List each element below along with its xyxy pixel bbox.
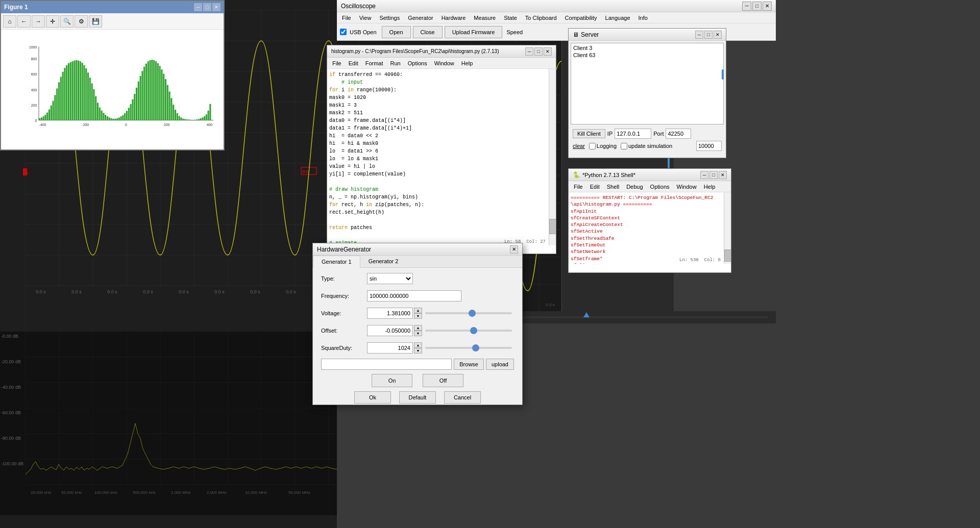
fig-pan-btn[interactable]: ✛	[46, 15, 59, 28]
pyshell-body[interactable]: ========== RESTART: C:\Program Files\Sco…	[569, 192, 731, 264]
hist-maximize[interactable]: □	[534, 47, 543, 56]
pyshell-menu-edit[interactable]: Edit	[587, 183, 603, 191]
update-sim-checkbox[interactable]	[621, 143, 627, 149]
pyshell-maximize[interactable]: □	[709, 171, 718, 179]
pyshell-menu-shell[interactable]: Shell	[604, 183, 622, 191]
counter-input[interactable]	[696, 141, 722, 151]
port-input[interactable]	[666, 129, 691, 139]
menu-settings[interactable]: Settings	[375, 14, 404, 22]
hw-file-input[interactable]	[321, 359, 452, 370]
svg-rect-123	[70, 62, 71, 120]
open-button[interactable]: Open	[382, 26, 411, 38]
figure1-titlebar: Figure 1 ─ □ ✕	[1, 1, 224, 13]
hw-voltage-slider-track[interactable]	[425, 312, 512, 314]
hist-menu-help[interactable]: Help	[458, 59, 476, 67]
svg-text:0.0 s: 0.0 s	[214, 289, 225, 294]
pyshell-menu-help[interactable]: Help	[701, 183, 719, 191]
svg-rect-118	[60, 77, 62, 120]
fig-forward-btn[interactable]: →	[32, 15, 45, 28]
hw-squareduty-thumb[interactable]	[472, 344, 479, 351]
menu-generator[interactable]: Generator	[404, 14, 437, 22]
pyshell-menu-options[interactable]: Options	[647, 183, 673, 191]
osc-menubar: File View Settings Generator Hardware Me…	[337, 12, 776, 23]
hw-cancel-button[interactable]: Cancel	[444, 391, 481, 404]
hw-voltage-thumb[interactable]	[469, 310, 476, 317]
hw-offset-input[interactable]	[367, 325, 413, 336]
hw-off-button[interactable]: Off	[423, 374, 463, 387]
fig1-minimize[interactable]: ─	[194, 3, 202, 11]
pyshell-minimize[interactable]: ─	[700, 171, 708, 179]
hw-offset-thumb[interactable]	[470, 327, 477, 334]
hw-voltage-up[interactable]: ▲	[414, 308, 422, 313]
figure1-window: Figure 1 ─ □ ✕ ⌂ ← → ✛ 🔍 ⚙ 💾 0 200 400 6…	[0, 0, 225, 150]
fig-home-btn[interactable]: ⌂	[3, 15, 16, 28]
upload-firmware-button[interactable]: Upload Firmware	[445, 26, 503, 38]
osc-minimize-btn[interactable]: ─	[742, 2, 751, 11]
hist-menu-file[interactable]: File	[329, 59, 345, 67]
hw-upload-button[interactable]: upload	[486, 359, 514, 370]
osc-close-btn[interactable]: ✕	[763, 2, 772, 11]
menu-view[interactable]: View	[355, 14, 376, 22]
usb-open-checkbox[interactable]	[340, 29, 347, 35]
menu-info[interactable]: Info	[634, 14, 652, 22]
hw-squareduty-up[interactable]: ▲	[414, 342, 422, 348]
hw-voltage-down[interactable]: ▼	[414, 313, 422, 319]
hist-menu-format[interactable]: Format	[362, 59, 386, 67]
fig-save-btn[interactable]: 💾	[89, 15, 102, 28]
hist-menu-options[interactable]: Options	[405, 59, 430, 67]
menu-state[interactable]: State	[500, 14, 521, 22]
hist-minimize[interactable]: ─	[525, 47, 533, 56]
fig-back-btn[interactable]: ←	[17, 15, 31, 28]
hw-ok-button[interactable]: Ok	[354, 391, 391, 404]
hw-squareduty-slider-track[interactable]	[425, 347, 512, 349]
menu-language[interactable]: Language	[601, 14, 634, 22]
fig1-close[interactable]: ✕	[212, 3, 220, 11]
pyshell-menu-debug[interactable]: Debug	[623, 183, 646, 191]
hw-tab-gen1[interactable]: Generator 1	[313, 256, 360, 268]
server-maximize[interactable]: □	[704, 31, 713, 39]
fig-settings-btn[interactable]: ⚙	[75, 15, 88, 28]
hw-type-select[interactable]: sin cos square triangle	[367, 273, 413, 284]
svg-rect-113	[51, 106, 52, 120]
hw-squareduty-down[interactable]: ▼	[414, 348, 422, 354]
hw-offset-slider-track[interactable]	[425, 330, 512, 332]
hist-scrollbar[interactable]	[549, 69, 556, 245]
hw-close-btn[interactable]: ✕	[510, 245, 518, 254]
hw-default-button[interactable]: Default	[399, 391, 436, 404]
svg-text:-20.00 dB: -20.00 dB	[1, 359, 21, 364]
hw-offset-up[interactable]: ▲	[414, 325, 422, 331]
pyshell-scrollbar[interactable]	[724, 192, 731, 264]
hist-close[interactable]: ✕	[544, 47, 552, 56]
ip-input[interactable]	[615, 129, 651, 139]
hw-voltage-input[interactable]	[367, 308, 413, 319]
server-minimize[interactable]: ─	[695, 31, 703, 39]
hist-menu-edit[interactable]: Edit	[346, 59, 361, 67]
clear-label[interactable]: clear	[573, 143, 585, 149]
kill-client-button[interactable]: Kill Client	[573, 129, 605, 138]
menu-measure[interactable]: Measure	[470, 14, 500, 22]
hist-code-area[interactable]: if transferred == 40960: # input for i i…	[327, 69, 556, 245]
close-button[interactable]: Close	[413, 26, 443, 38]
pyshell-menu-file[interactable]: File	[571, 183, 586, 191]
hw-freq-input[interactable]	[367, 290, 461, 301]
hw-offset-down[interactable]: ▼	[414, 331, 422, 336]
hw-squareduty-input[interactable]	[367, 342, 413, 354]
hw-tab-gen2[interactable]: Generator 2	[360, 256, 407, 267]
menu-compatibility[interactable]: Compatibility	[561, 14, 601, 22]
osc-maximize-btn[interactable]: □	[752, 2, 762, 11]
hist-menu-run[interactable]: Run	[387, 59, 404, 67]
server-close[interactable]: ✕	[714, 31, 722, 39]
hist-menu-window[interactable]: Window	[431, 59, 457, 67]
menu-file[interactable]: File	[338, 14, 355, 22]
hw-browse-button[interactable]: Browse	[454, 359, 484, 370]
pyshell-close[interactable]: ✕	[719, 171, 727, 179]
svg-rect-151	[124, 113, 126, 120]
server-title: Server	[581, 31, 599, 38]
fig-zoom-btn[interactable]: 🔍	[60, 15, 74, 28]
logging-checkbox[interactable]	[589, 143, 596, 149]
fig1-maximize[interactable]: □	[203, 3, 211, 11]
menu-hardware[interactable]: Hardware	[437, 14, 470, 22]
pyshell-menu-window[interactable]: Window	[674, 183, 700, 191]
hw-on-button[interactable]: On	[372, 374, 412, 387]
menu-clipboard[interactable]: To Clipboard	[521, 14, 561, 22]
